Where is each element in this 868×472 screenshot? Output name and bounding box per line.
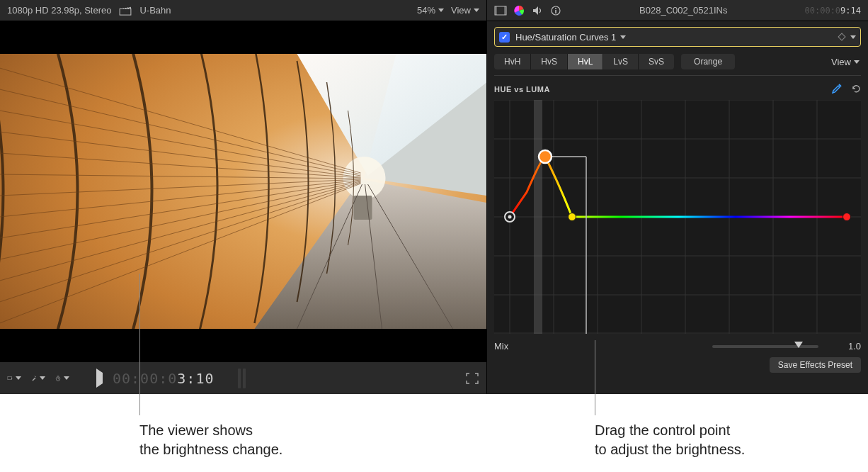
audio-inspector-tab[interactable]	[531, 5, 544, 16]
curve-title: HUE vs LUMA	[494, 85, 550, 94]
curve-type-tabs: HvH HvS HvL LvS SvS Orange View	[494, 54, 861, 69]
svg-point-21	[35, 376, 36, 377]
callout-line	[595, 340, 595, 415]
chevron-down-icon	[64, 376, 69, 380]
mix-row: Mix 1.0	[494, 341, 861, 352]
keyframe-icon[interactable]	[838, 33, 845, 40]
reset-icon[interactable]	[851, 84, 861, 95]
effect-header[interactable]: ✓ Hue/Saturation Curves 1	[494, 27, 861, 47]
tab-hvl[interactable]: HvL	[568, 54, 603, 69]
chevron-down-icon	[854, 60, 860, 64]
effect-name-label: Hue/Saturation Curves 1	[515, 32, 616, 43]
tab-hvh[interactable]: HvH	[494, 54, 531, 69]
effect-enable-checkbox[interactable]: ✓	[499, 32, 510, 43]
inspector-panel: B028_C002_0521INs 00:00:09:14 ✓ Hue/Satu…	[487, 0, 868, 394]
svg-rect-25	[495, 6, 497, 15]
video-inspector-tab[interactable]	[494, 5, 507, 16]
enhance-tool-menu[interactable]	[31, 371, 45, 386]
inspector-timecode: 00:00:09:14	[805, 6, 861, 16]
viewer-header: 1080p HD 23.98p, Stereo U-Bahn 54% View	[0, 0, 486, 21]
svg-rect-29	[555, 10, 556, 13]
svg-rect-16	[354, 196, 372, 220]
timecode-display[interactable]: 00:00:03:10	[113, 370, 214, 387]
control-handles	[545, 157, 586, 334]
view-menu-label: View	[451, 5, 471, 16]
audio-meters	[238, 369, 246, 388]
app-root: 1080p HD 23.98p, Stereo U-Bahn 54% View	[0, 0, 868, 394]
eyedropper-icon[interactable]	[831, 83, 843, 96]
viewer-toolbar: 00:00:03:10	[0, 361, 486, 394]
chevron-down-icon	[620, 35, 626, 39]
inspector-header: B028_C002_0521INs 00:00:09:14	[487, 0, 868, 21]
control-point	[569, 213, 576, 221]
transform-tool-menu[interactable]	[7, 371, 21, 386]
tab-color-sample[interactable]: Orange	[681, 54, 735, 69]
video-format-label: 1080p HD 23.98p, Stereo	[7, 5, 111, 16]
control-point-selected	[539, 150, 552, 163]
mix-slider[interactable]	[712, 345, 818, 348]
viewer-panel: 1080p HD 23.98p, Stereo U-Bahn 54% View	[0, 0, 487, 394]
control-points	[505, 150, 851, 222]
inspector-clip-name: B028_C002_0521INs	[569, 5, 798, 16]
timecode-bright: 3:10	[177, 370, 214, 387]
info-inspector-tab[interactable]	[549, 5, 562, 16]
tab-lvs[interactable]: LvS	[603, 54, 639, 69]
callout-points: Drag the control point to adjust the bri…	[595, 421, 745, 459]
tab-svs[interactable]: SvS	[639, 54, 674, 69]
chevron-down-icon	[438, 9, 444, 12]
retime-tool-menu[interactable]	[55, 371, 69, 386]
svg-point-22	[35, 376, 35, 376]
chevron-down-icon	[474, 9, 479, 12]
clapperboard-icon	[118, 4, 132, 18]
curve-view-menu[interactable]: View	[831, 57, 861, 67]
clip-name: U-Bahn	[139, 5, 171, 16]
zoom-menu[interactable]: 54%	[417, 5, 444, 16]
timecode-dim: 00:00:0	[113, 370, 177, 387]
chevron-down-icon	[40, 376, 45, 380]
view-menu[interactable]: View	[451, 5, 479, 16]
curve-editor[interactable]	[494, 100, 861, 334]
play-icon	[96, 369, 103, 388]
preview-image	[0, 54, 486, 329]
svg-point-28	[555, 8, 556, 9]
curve-panel: HUE vs LUMA	[494, 75, 861, 334]
callout-viewer: The viewer shows the brightness change.	[139, 421, 282, 459]
zoom-value: 54%	[417, 5, 435, 16]
svg-rect-0	[120, 9, 132, 15]
viewer-canvas[interactable]	[0, 21, 486, 361]
hue-sample-marker	[534, 100, 542, 334]
slider-thumb-icon	[794, 342, 803, 348]
save-effects-preset-button[interactable]: Save Effects Preset	[770, 357, 861, 373]
curve-view-label: View	[831, 57, 851, 67]
chevron-down-icon[interactable]	[850, 35, 856, 39]
svg-point-47	[508, 215, 512, 219]
callout-line	[139, 274, 140, 415]
color-inspector-tab[interactable]	[513, 5, 525, 16]
svg-rect-26	[504, 6, 506, 15]
chevron-down-icon	[16, 376, 21, 380]
play-button[interactable]	[92, 373, 103, 383]
tab-hvs[interactable]: HvS	[531, 54, 568, 69]
hue-luma-curve	[510, 157, 847, 217]
mix-label: Mix	[494, 341, 508, 352]
control-point-end	[843, 213, 851, 221]
mix-value[interactable]: 1.0	[826, 341, 861, 352]
callouts: The viewer shows the brightness change. …	[0, 394, 868, 472]
svg-point-2	[343, 157, 386, 199]
fullscreen-button[interactable]	[465, 371, 479, 386]
svg-rect-20	[8, 376, 11, 379]
